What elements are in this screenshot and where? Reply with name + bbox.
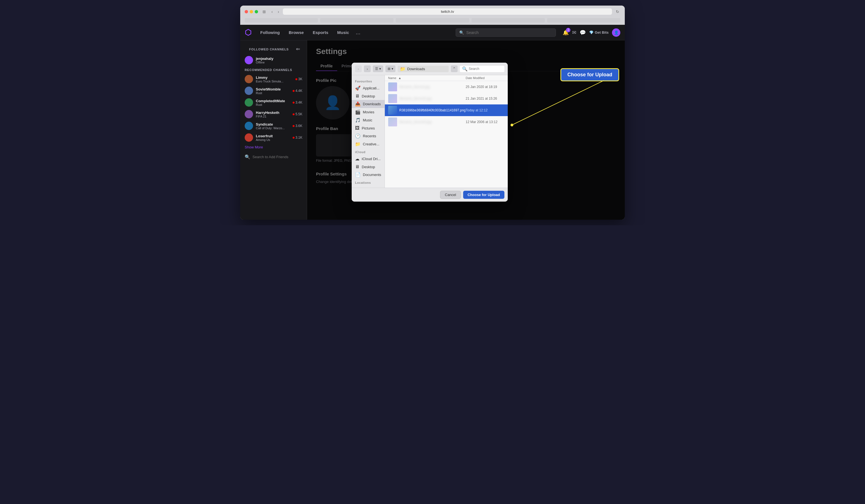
sidebar-item-music[interactable]: 🎵 Music: [352, 116, 384, 124]
search-input[interactable]: [466, 30, 552, 35]
col-name-header: Name ▲: [388, 76, 466, 80]
recommended-channels-title: RECOMMENDED CHANNELS: [240, 66, 307, 73]
table-row[interactable]: R381696be369fb6840fc003bab1141697.png To…: [385, 104, 508, 116]
chevron-down-icon: ▾: [392, 67, 393, 71]
nav-link-browse[interactable]: Browse: [287, 29, 306, 36]
channel-game: Rust: [256, 103, 290, 106]
sort-arrow-icon: ▲: [398, 76, 401, 80]
picker-list-view-btn[interactable]: ☰ ▾: [373, 66, 383, 72]
table-row[interactable]: filename_blurred.jpg 25 Jan 2020 at 18:1…: [385, 81, 508, 93]
search-friends-area: 🔍: [240, 152, 307, 162]
file-name: filename_blurred3.jpg: [399, 120, 466, 124]
sidebar-collapse-btn[interactable]: ⇐: [294, 45, 302, 53]
sidebar-toggle-btn[interactable]: ⊞: [261, 9, 267, 14]
table-row[interactable]: filename_blurred3.jpg 12 Mar 2006 at 13:…: [385, 116, 508, 128]
table-row[interactable]: filename_blurred2.jpg 21 Jan 2021 at 15:…: [385, 93, 508, 104]
list-item[interactable]: SovietWomble Rust 4.4K: [240, 85, 307, 97]
picker-search-icon: 🔍: [462, 66, 468, 72]
nav-link-following[interactable]: Following: [258, 29, 282, 36]
channel-game: FIFA 21: [256, 115, 290, 118]
search-bar[interactable]: 🔍: [455, 28, 556, 37]
file-name: R381696be369fb6840fc003bab1141697.png: [399, 108, 466, 112]
url-bar[interactable]: [283, 8, 612, 15]
picker-toolbar: ‹ › ☰ ▾ ⊞ ▾ 📁: [352, 63, 508, 75]
channel-name: Loserfruit: [256, 134, 290, 138]
search-friends-input[interactable]: [253, 155, 302, 159]
list-item[interactable]: Limmy Euro Truck Simula... 3K: [240, 73, 307, 85]
sidebar-item-desktop[interactable]: 🖥 Desktop: [352, 92, 384, 100]
notifications-btn[interactable]: 🔔 2: [563, 30, 569, 36]
sidebar-item-recents[interactable]: 🕐 Recents: [352, 132, 384, 140]
search-friends-icon: 🔍: [245, 154, 250, 160]
list-item[interactable]: Syndicate Call of Duty: Warzo... 3.6K: [240, 120, 307, 132]
picker-choose-btn[interactable]: Choose for Upload: [463, 191, 504, 199]
back-btn[interactable]: ‹: [270, 9, 274, 14]
sidebar-item-pictures[interactable]: 🖼 Pictures: [352, 124, 384, 132]
channel-name: SovietWomble: [256, 87, 290, 91]
svg-line-0: [512, 81, 604, 125]
sidebar-item-label: Desktop: [362, 165, 375, 169]
list-item[interactable]: jenjeahaly Offline: [240, 54, 307, 66]
list-item[interactable]: HarryHesketh FIFA 21 5.5K: [240, 108, 307, 120]
file-thumbnail: [388, 106, 397, 115]
creative-folder-icon: 📁: [355, 141, 361, 147]
reload-btn[interactable]: ↻: [615, 9, 620, 14]
picker-forward-btn[interactable]: ›: [364, 66, 371, 72]
close-traffic-light[interactable]: [245, 10, 248, 13]
sidebar-item-documents[interactable]: 📄 Documents: [352, 171, 384, 179]
chat-btn[interactable]: 💬: [580, 30, 586, 36]
sidebar-item-creative[interactable]: 📁 Creative...: [352, 140, 384, 148]
folder-nav-up-btn[interactable]: ⌃: [451, 66, 458, 72]
sidebar-item-movies[interactable]: 🎬 Movies: [352, 108, 384, 116]
sidebar-item-downloads[interactable]: 📥 Downloads: [352, 100, 384, 108]
fullscreen-traffic-light[interactable]: [255, 10, 258, 13]
chevron-down-icon: ▾: [379, 67, 381, 71]
favourites-title: Favourites: [352, 78, 384, 84]
picker-search-area[interactable]: 🔍: [460, 66, 504, 72]
avatar: [245, 56, 253, 64]
file-date: 12 Mar 2006 at 13:12: [466, 120, 508, 124]
live-indicator: [296, 78, 297, 80]
downloads-icon: 📥: [355, 101, 361, 107]
sidebar-item-applications[interactable]: 🚀 Applicati...: [352, 84, 384, 92]
sidebar-item-icloud-drive[interactable]: ☁ iCloud Dri...: [352, 155, 384, 163]
channel-game: Euro Truck Simula...: [256, 80, 292, 83]
picker-sidebar: Favourites 🚀 Applicati... 🖥 Desktop: [352, 75, 385, 188]
sidebar-item-label: Documents: [363, 173, 381, 177]
picker-search-input[interactable]: [469, 67, 508, 71]
picker-body: Favourites 🚀 Applicati... 🖥 Desktop: [352, 75, 508, 188]
file-thumbnail: [388, 94, 397, 103]
list-item[interactable]: CompletedItMate Rust 3.4K: [240, 97, 307, 108]
picker-cancel-btn[interactable]: Cancel: [440, 191, 461, 199]
folder-icon: 📁: [400, 66, 405, 72]
file-date: 25 Jan 2020 at 18:19: [466, 85, 508, 89]
nav-link-esports[interactable]: Esports: [310, 29, 331, 36]
svg-point-1: [510, 124, 513, 126]
inbox-btn[interactable]: ✉: [572, 30, 576, 36]
nav-more-btn[interactable]: ...: [356, 29, 361, 36]
user-avatar-btn[interactable]: 👤: [612, 28, 620, 37]
file-thumbnail: [388, 82, 397, 91]
sidebar-item-label: Desktop: [362, 94, 375, 98]
recents-icon: 🕐: [355, 133, 361, 139]
forward-btn[interactable]: ›: [277, 9, 280, 14]
channel-game: Among Us: [256, 138, 290, 141]
live-indicator: [292, 137, 295, 139]
sidebar-item-icloud-desktop[interactable]: 🖥 Desktop: [352, 163, 384, 171]
browser-window: ⊞ ‹ › ↻ ⬡ Following Browse Esports Music…: [240, 5, 625, 220]
traffic-lights: [245, 10, 258, 13]
get-bits-btn[interactable]: 💎 Get Bits: [589, 30, 609, 35]
minimize-traffic-light[interactable]: [250, 10, 253, 13]
channel-name: Limmy: [256, 75, 292, 80]
followed-channels-title: FOLLOWED CHANNELS: [245, 45, 293, 52]
picker-grid-view-btn[interactable]: ⊞ ▾: [385, 66, 395, 72]
picker-back-btn[interactable]: ‹: [355, 66, 362, 72]
file-name: filename_blurred2.jpg: [399, 97, 466, 101]
sidebar-item-label: Downloads: [363, 102, 381, 106]
picker-footer: Cancel Choose for Upload: [352, 188, 508, 202]
show-more-btn[interactable]: Show More: [240, 143, 307, 151]
twitch-nav: ⬡ Following Browse Esports Music ... 🔍 🔔…: [240, 25, 625, 40]
nav-link-music[interactable]: Music: [335, 29, 351, 36]
list-item[interactable]: Loserfruit Among Us 3.1K: [240, 132, 307, 143]
file-name: filename_blurred.jpg: [399, 85, 466, 89]
